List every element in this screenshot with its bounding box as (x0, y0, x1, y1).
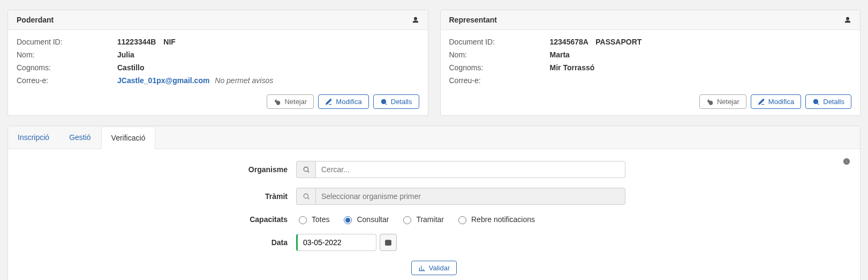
tramit-group (296, 188, 625, 205)
radio-consultar[interactable]: Consultar (341, 215, 389, 224)
capacitats-group: Totes Consultar Tramitar Rebre notificac… (296, 215, 535, 224)
cognoms-label: Cognoms: (17, 63, 117, 72)
cognoms-label: Cognoms: (449, 63, 550, 72)
tab-gestio[interactable]: Gestió (59, 127, 101, 149)
tramit-label: Tràmit (18, 192, 296, 201)
organisme-input[interactable] (315, 161, 625, 178)
validar-button[interactable]: Validar (411, 261, 457, 275)
poderdant-header: Poderdant (8, 10, 428, 30)
detalls-button[interactable]: Detalls (805, 94, 851, 109)
person-icon (844, 16, 851, 24)
detalls-button[interactable]: Detalls (373, 94, 419, 109)
tabs-header: Inscripció Gestió Verificació (8, 126, 860, 149)
radio-totes[interactable]: Totes (296, 215, 329, 224)
nom-value: Julia (117, 50, 134, 59)
search-icon (812, 98, 820, 106)
svg-point-3 (814, 99, 818, 104)
doc-id-value: 12345678A PASSAPORT (550, 38, 642, 46)
info-icon[interactable] (843, 158, 850, 165)
svg-rect-6 (846, 160, 847, 160)
representant-header: Representant (441, 10, 861, 30)
representant-card: Representant Document ID: 12345678A PASS… (440, 10, 861, 116)
nom-value: Marta (550, 50, 570, 59)
nom-label: Nom: (17, 50, 117, 59)
svg-point-0 (414, 17, 417, 20)
doc-id-label: Document ID: (449, 38, 550, 46)
radio-rebre[interactable]: Rebre notificacions (456, 215, 535, 224)
calendar-icon (384, 239, 392, 246)
edit-icon (758, 98, 765, 106)
email-label: Correu-e: (17, 76, 117, 85)
modifica-button[interactable]: Modifica (751, 94, 801, 109)
svg-rect-5 (846, 161, 847, 163)
email-value: JCastle_01px@gmail.com No permet avisos (117, 76, 273, 85)
chart-icon (418, 264, 426, 272)
poderdant-title: Poderdant (17, 16, 54, 24)
search-icon (380, 98, 388, 106)
email-link[interactable]: JCastle_01px@gmail.com (117, 76, 209, 85)
tabs-card: Inscripció Gestió Verificació Organisme … (7, 126, 861, 280)
organisme-label: Organisme (18, 165, 296, 174)
cognoms-value: Mir Torrassó (550, 63, 595, 72)
data-label: Data (18, 238, 296, 247)
poderdant-card: Poderdant Document ID: 11223344B NIF Nom… (7, 10, 428, 116)
doc-id-label: Document ID: (17, 38, 117, 46)
person-icon (412, 16, 419, 24)
svg-point-8 (304, 194, 308, 198)
modifica-button[interactable]: Modifica (318, 94, 368, 109)
capacitats-label: Capacitats (18, 215, 296, 224)
svg-point-1 (381, 99, 386, 104)
email-note: No permet avisos (215, 76, 273, 85)
netejar-button[interactable]: Netejar (699, 94, 746, 109)
tab-inscripcio[interactable]: Inscripció (8, 127, 59, 149)
search-icon (296, 188, 315, 205)
tab-verificacio[interactable]: Verificació (101, 127, 156, 149)
organisme-group (296, 161, 625, 178)
cognoms-value: Castillo (117, 63, 145, 72)
svg-rect-9 (386, 240, 391, 245)
calendar-button[interactable] (380, 234, 397, 251)
representant-title: Representant (449, 16, 497, 24)
data-input[interactable] (296, 234, 376, 251)
svg-point-2 (847, 17, 849, 20)
svg-point-7 (304, 167, 308, 171)
radio-tramitar[interactable]: Tramitar (401, 215, 444, 224)
nom-label: Nom: (449, 50, 550, 59)
netejar-button[interactable]: Netejar (267, 94, 314, 109)
tramit-input (315, 188, 625, 205)
doc-id-value: 11223344B NIF (117, 38, 176, 46)
edit-icon (325, 98, 333, 106)
undo-icon (706, 98, 714, 106)
email-label: Correu-e: (449, 76, 550, 85)
search-icon (296, 161, 315, 178)
undo-icon (274, 98, 281, 106)
